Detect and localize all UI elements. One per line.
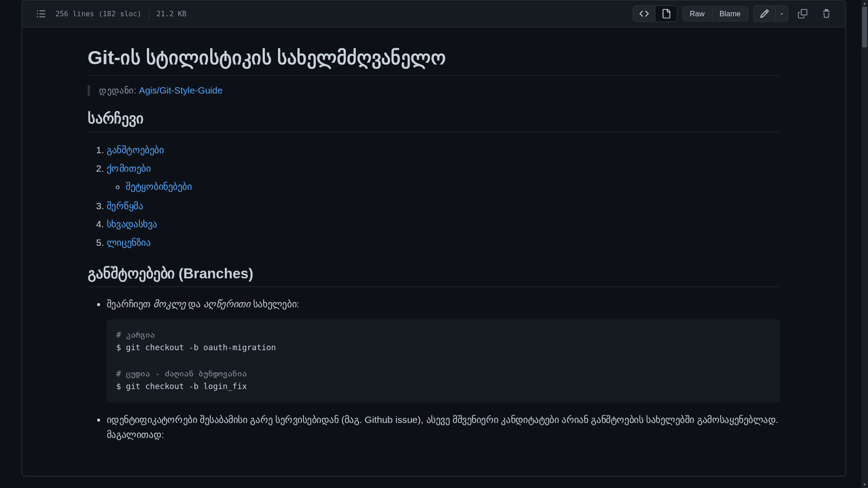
file-header-left: 256 lines (182 sloc) 21.2 KB [32, 5, 187, 22]
blame-button[interactable]: Blame [712, 6, 748, 21]
list-item: იდენტიფიკატორები შესაბამისი გარე სერვისე… [107, 412, 780, 442]
toc-link-misc[interactable]: სხვადასხვა [107, 219, 157, 229]
original-link[interactable]: Agis/Git-Style-Guide [139, 85, 222, 95]
triangle-down-icon [779, 11, 784, 16]
code-comment: # კარგია [116, 330, 155, 339]
line-count-text: 256 lines (182 sloc) [56, 9, 142, 18]
toc-item: ლიცენზია [107, 235, 780, 251]
toc-item: შერწყმა [107, 197, 780, 214]
copy-button[interactable] [793, 5, 812, 22]
raw-button[interactable]: Raw [683, 6, 712, 21]
scrollbar-thumb[interactable] [862, 7, 867, 47]
scrollbar-track[interactable]: ▲ ▼ [861, 0, 868, 488]
code-line: $ git checkout -b login_fix [116, 381, 247, 391]
text: იდენტიფიკატორები შესაბამისი გარე სერვისე… [107, 412, 780, 442]
toc-item: სხვადასხვა [107, 216, 780, 232]
rendered-view-button[interactable] [655, 6, 676, 21]
file-size-text: 21.2 KB [156, 9, 187, 18]
text-emphasis: აღწერითი [203, 299, 250, 309]
text: შეარჩიეთ [107, 299, 153, 309]
toc-link-merging[interactable]: შერწყმა [107, 201, 143, 211]
outline-toggle-button[interactable] [32, 5, 51, 22]
list-unordered-icon [36, 9, 46, 19]
file-header: 256 lines (182 sloc) 21.2 KB Raw Blame [22, 0, 845, 27]
code-line: $ git checkout -b oauth-migration [116, 343, 276, 352]
page-title: Git-ის სტილისტიკის სახელმძღვანელო [88, 47, 780, 76]
file-header-right: Raw Blame [632, 5, 836, 22]
text: და [185, 299, 203, 309]
info-divider [149, 8, 149, 19]
readme-body: Git-ის სტილისტიკის სახელმძღვანელო დედანი… [22, 28, 845, 476]
pencil-icon [760, 9, 769, 19]
list-item: შეარჩიეთ მოკლე და აღწერითი სახელები: # კ… [107, 297, 780, 403]
toc-link-messages[interactable]: შეტყობინებები [126, 182, 192, 192]
code-block: # კარგია $ git checkout -b oauth-migrati… [107, 319, 780, 402]
copy-icon [798, 9, 807, 19]
toc-item: ქომითები შეტყობინებები [107, 160, 780, 195]
edit-button[interactable] [754, 6, 776, 21]
original-quote: დედანი: Agis/Git-Style-Guide [88, 85, 780, 96]
text: სახელები: [250, 299, 299, 309]
toc-item: განშტოებები [107, 142, 780, 158]
raw-blame-group: Raw Blame [682, 6, 749, 21]
toc-link-commits[interactable]: ქომითები [107, 163, 151, 173]
file-info: 256 lines (182 sloc) 21.2 KB [56, 8, 187, 19]
code-comment: # ცუდია - ძაღიან ბუნდოვანია [116, 368, 247, 378]
file-icon [661, 9, 670, 19]
toc-link-license[interactable]: ლიცენზია [107, 238, 151, 248]
toc-subitem: შეტყობინებები [126, 179, 780, 195]
view-toggle-group [632, 5, 677, 22]
scrollbar-up-icon[interactable]: ▲ [861, 0, 868, 7]
toc-heading: სარჩევი [88, 110, 780, 132]
edit-dropdown-button[interactable] [776, 6, 788, 21]
trash-icon [822, 9, 831, 19]
edit-group [753, 5, 788, 22]
source-view-button[interactable] [633, 6, 655, 21]
code-icon [639, 9, 649, 19]
scrollbar-down-icon[interactable]: ▼ [861, 481, 868, 488]
file-box: 256 lines (182 sloc) 21.2 KB Raw Blame [21, 0, 846, 476]
toc-list: განშტოებები ქომითები შეტყობინებები შერწყ… [88, 142, 780, 251]
branches-heading: განშტოებები (Branches) [88, 265, 780, 287]
delete-button[interactable] [817, 5, 836, 22]
original-prefix: დედანი: [99, 85, 139, 95]
text-emphasis: მოკლე [153, 299, 185, 309]
toc-link-branches[interactable]: განშტოებები [107, 145, 164, 155]
